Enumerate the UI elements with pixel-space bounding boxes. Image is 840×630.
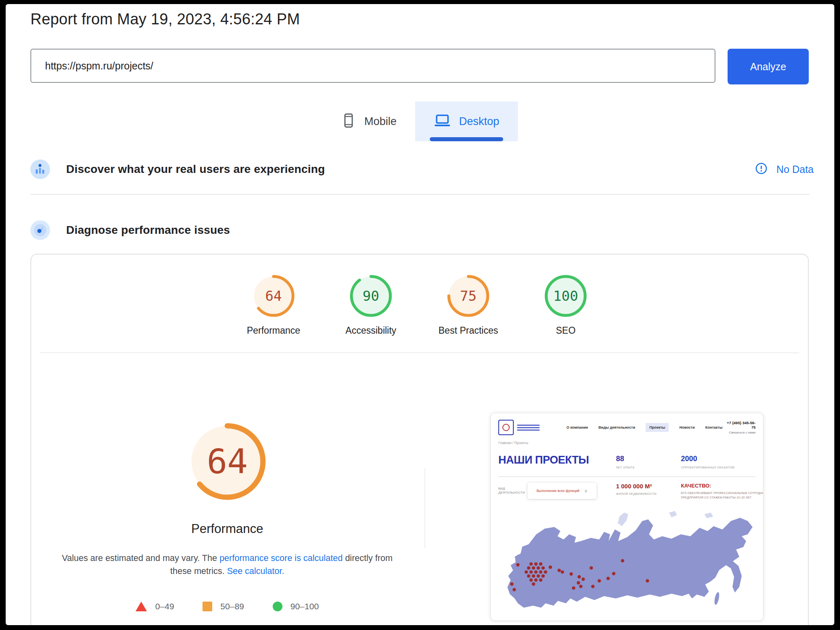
pass-circle-icon <box>273 602 282 611</box>
score-accessibility-label: Accessibility <box>345 325 396 336</box>
performance-panel: 64 Performance Values are estimated and … <box>31 356 423 611</box>
thumb-filter-label: ВИД ДЕЯТЕЛЬНОСТИ <box>498 487 523 495</box>
thumb-nav-item[interactable]: Контакты <box>705 425 722 429</box>
svg-text:64: 64 <box>265 288 282 304</box>
lab-section-title: Diagnose performance issues <box>66 224 230 237</box>
thumb-stat-objects: 2000 СПРОЕКТИРОВАННЫХ ОБЪЕКТОВ <box>681 455 756 469</box>
thumb-quality: КАЧЕСТВО: ЕГО ОБЕСПЕЧИВАЮТ ПРОФЕССИОНАЛЬ… <box>681 483 763 500</box>
tab-mobile[interactable]: Mobile <box>322 101 416 141</box>
legend-average: 50–89 <box>202 602 244 611</box>
diagnose-icon <box>30 220 50 240</box>
score-performance[interactable]: 64 Performance <box>225 275 322 336</box>
performance-gauge: 64 <box>187 422 267 503</box>
thumb-logo-text <box>517 423 540 432</box>
score-summary-row: 64 Performance 90 Accessibility 75 Be <box>31 275 808 336</box>
thumb-logo <box>498 420 514 435</box>
thumb-phone-sub: Связаться с нами <box>722 431 756 434</box>
performance-panel-title: Performance <box>191 522 263 536</box>
page-title: Report from May 19, 2023, 4:56:24 PM <box>30 11 300 28</box>
score-best-practices[interactable]: 75 Best Practices <box>420 275 517 336</box>
thumb-nav-item[interactable]: О компании <box>566 425 588 429</box>
lab-data-section: Diagnose performance issues <box>30 220 814 240</box>
analyze-button[interactable]: Analyze <box>728 49 809 84</box>
lighthouse-card: 64 Performance 90 Accessibility 75 Be <box>30 254 809 625</box>
tab-desktop[interactable]: Desktop <box>415 101 518 141</box>
chevron-down-icon: ∨ <box>584 488 588 494</box>
thumb-filter-dropdown[interactable]: Выполнение всех функций ∨ <box>528 483 597 499</box>
svg-text:90: 90 <box>363 288 379 304</box>
real-users-icon <box>30 160 50 179</box>
url-bar: Analyze <box>30 49 814 84</box>
fail-triangle-icon <box>136 602 147 611</box>
score-accessibility[interactable]: 90 Accessibility <box>322 275 420 336</box>
thumb-stat-experience: 88 ЛЕТ ОПЫТА <box>616 455 681 469</box>
thumb-hero: НАШИ ПРОЕКТЫ 88 ЛЕТ ОПЫТА 2000 СПРОЕКТИР… <box>498 455 756 469</box>
thumb-breadcrumb: Главная / Проекты <box>498 441 756 445</box>
score-performance-label: Performance <box>247 325 300 336</box>
thumb-contact: +7 (495) 345-56-75 Связаться с нами <box>722 421 756 434</box>
desktop-icon <box>434 113 451 130</box>
thumb-header: О компанииВиды деятельностиПроектыНовост… <box>498 420 756 435</box>
svg-text:75: 75 <box>460 288 477 304</box>
field-data-section: Discover what your real users are experi… <box>30 160 814 179</box>
thumb-filter-row: ВИД ДЕЯТЕЛЬНОСТИ Выполнение всех функций… <box>498 483 756 500</box>
thumb-heading: НАШИ ПРОЕКТЫ <box>498 455 616 466</box>
note-text: Values are estimated and may vary. The <box>62 553 220 563</box>
score-legend: 0–49 50–89 90–100 <box>136 602 319 611</box>
card-divider <box>40 352 799 353</box>
thumb-nav: О компанииВиды деятельностиПроектыНовост… <box>566 423 722 432</box>
report-window: Report from May 19, 2023, 4:56:24 PM Ana… <box>6 4 834 625</box>
score-best-practices-label: Best Practices <box>439 325 498 336</box>
performance-note: Values are estimated and may vary. The p… <box>51 552 404 578</box>
no-data-label: No Data <box>776 164 814 175</box>
no-data-link[interactable]: No Data <box>755 162 814 176</box>
tab-mobile-label: Mobile <box>364 115 397 128</box>
score-calc-link[interactable]: performance score is calculated <box>220 553 343 563</box>
field-section-title: Discover what your real users are experi… <box>66 163 325 176</box>
average-square-icon <box>202 602 212 611</box>
thumb-stat-area: 1 000 000 М² ЖИЛОЙ НЕДВИЖИМОСТИ <box>616 483 681 496</box>
svg-text:64: 64 <box>207 442 248 481</box>
see-calculator-link[interactable]: See calculator. <box>227 566 284 576</box>
mobile-icon <box>341 113 356 130</box>
score-seo-label: SEO <box>556 325 576 336</box>
score-seo[interactable]: 100 SEO <box>517 275 614 336</box>
thumb-nav-item[interactable]: Новости <box>679 425 695 429</box>
legend-pass: 90–100 <box>273 602 319 611</box>
url-input[interactable] <box>30 49 715 83</box>
page-screenshot: О компанииВиды деятельностиПроектыНовост… <box>491 413 763 621</box>
legend-fail: 0–49 <box>136 602 174 611</box>
russia-map <box>498 504 756 612</box>
info-icon <box>755 162 767 176</box>
tab-desktop-label: Desktop <box>459 115 499 128</box>
column-divider <box>424 468 425 548</box>
thumb-nav-item[interactable]: Виды деятельности <box>599 425 635 429</box>
svg-text:100: 100 <box>553 288 578 304</box>
section-divider <box>30 194 810 195</box>
thumb-divider <box>498 477 756 477</box>
thumb-phone: +7 (495) 345-56-75 <box>722 421 756 429</box>
device-tabs: Mobile Desktop <box>6 101 834 141</box>
thumb-nav-item[interactable]: Проекты <box>646 423 669 432</box>
